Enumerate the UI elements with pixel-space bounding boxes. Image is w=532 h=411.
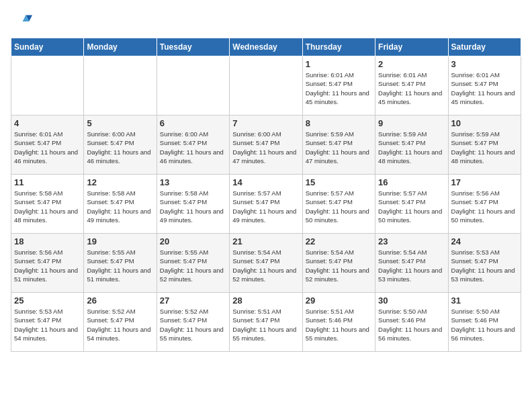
day-number: 13 xyxy=(160,177,226,187)
calendar-week-row: 11Sunrise: 5:58 AM Sunset: 5:47 PM Dayli… xyxy=(11,175,521,234)
day-info: Sunrise: 5:59 AM Sunset: 5:47 PM Dayligh… xyxy=(451,130,518,165)
day-header-friday: Friday xyxy=(375,38,448,56)
calendar-cell: 24Sunrise: 5:53 AM Sunset: 5:47 PM Dayli… xyxy=(448,234,521,293)
day-number: 4 xyxy=(14,118,81,128)
calendar-cell: 6Sunrise: 6:00 AM Sunset: 5:47 PM Daylig… xyxy=(157,116,229,175)
day-number: 10 xyxy=(451,118,518,128)
day-info: Sunrise: 6:01 AM Sunset: 5:47 PM Dayligh… xyxy=(14,130,81,165)
day-number: 21 xyxy=(232,236,299,246)
day-number: 15 xyxy=(306,177,372,187)
day-info: Sunrise: 5:55 AM Sunset: 5:47 PM Dayligh… xyxy=(87,248,153,283)
day-info: Sunrise: 5:55 AM Sunset: 5:47 PM Dayligh… xyxy=(160,248,226,283)
day-number: 11 xyxy=(14,177,81,187)
calendar-cell xyxy=(84,56,157,116)
day-number: 5 xyxy=(87,118,153,128)
day-info: Sunrise: 5:54 AM Sunset: 5:47 PM Dayligh… xyxy=(232,248,299,283)
calendar-cell: 21Sunrise: 5:54 AM Sunset: 5:47 PM Dayli… xyxy=(230,234,302,293)
calendar-cell: 1Sunrise: 6:01 AM Sunset: 5:47 PM Daylig… xyxy=(302,56,375,116)
day-number: 6 xyxy=(160,118,226,128)
calendar-cell: 7Sunrise: 6:00 AM Sunset: 5:47 PM Daylig… xyxy=(230,116,302,175)
day-info: Sunrise: 5:53 AM Sunset: 5:47 PM Dayligh… xyxy=(14,307,81,342)
day-header-wednesday: Wednesday xyxy=(230,38,302,56)
calendar-cell xyxy=(230,56,302,116)
calendar-cell: 2Sunrise: 6:01 AM Sunset: 5:47 PM Daylig… xyxy=(375,56,448,116)
calendar-cell: 13Sunrise: 5:58 AM Sunset: 5:47 PM Dayli… xyxy=(157,175,229,234)
day-info: Sunrise: 6:01 AM Sunset: 5:47 PM Dayligh… xyxy=(306,71,372,106)
day-info: Sunrise: 6:00 AM Sunset: 5:47 PM Dayligh… xyxy=(232,130,299,165)
day-header-sunday: Sunday xyxy=(11,38,84,56)
calendar-cell: 22Sunrise: 5:54 AM Sunset: 5:47 PM Dayli… xyxy=(302,234,375,293)
logo xyxy=(11,11,35,32)
day-header-thursday: Thursday xyxy=(302,38,375,56)
day-number: 18 xyxy=(14,236,81,246)
day-number: 17 xyxy=(451,177,518,187)
day-info: Sunrise: 6:01 AM Sunset: 5:47 PM Dayligh… xyxy=(451,71,518,106)
day-info: Sunrise: 5:53 AM Sunset: 5:47 PM Dayligh… xyxy=(451,248,518,283)
day-info: Sunrise: 5:51 AM Sunset: 5:47 PM Dayligh… xyxy=(232,307,299,342)
day-number: 12 xyxy=(87,177,153,187)
calendar-cell xyxy=(157,56,229,116)
day-info: Sunrise: 5:58 AM Sunset: 5:47 PM Dayligh… xyxy=(87,189,153,224)
day-info: Sunrise: 5:57 AM Sunset: 5:47 PM Dayligh… xyxy=(306,189,372,224)
day-info: Sunrise: 6:00 AM Sunset: 5:47 PM Dayligh… xyxy=(87,130,153,165)
day-number: 24 xyxy=(451,236,518,246)
logo-icon xyxy=(11,11,32,32)
day-number: 29 xyxy=(306,295,372,306)
day-info: Sunrise: 5:58 AM Sunset: 5:47 PM Dayligh… xyxy=(160,189,226,224)
calendar-cell xyxy=(11,56,84,116)
day-number: 9 xyxy=(378,118,445,128)
calendar-cell: 17Sunrise: 5:56 AM Sunset: 5:47 PM Dayli… xyxy=(448,175,521,234)
calendar-cell: 30Sunrise: 5:50 AM Sunset: 5:46 PM Dayli… xyxy=(375,293,448,352)
calendar-cell: 27Sunrise: 5:52 AM Sunset: 5:47 PM Dayli… xyxy=(157,293,229,352)
calendar-cell: 10Sunrise: 5:59 AM Sunset: 5:47 PM Dayli… xyxy=(448,116,521,175)
day-number: 16 xyxy=(378,177,445,187)
day-number: 26 xyxy=(87,295,153,306)
calendar-cell: 11Sunrise: 5:58 AM Sunset: 5:47 PM Dayli… xyxy=(11,175,84,234)
day-number: 3 xyxy=(451,59,518,69)
calendar-cell: 16Sunrise: 5:57 AM Sunset: 5:47 PM Dayli… xyxy=(375,175,448,234)
day-number: 27 xyxy=(160,295,226,306)
day-info: Sunrise: 6:01 AM Sunset: 5:47 PM Dayligh… xyxy=(378,71,445,106)
calendar-week-row: 1Sunrise: 6:01 AM Sunset: 5:47 PM Daylig… xyxy=(11,56,521,116)
calendar-cell: 25Sunrise: 5:53 AM Sunset: 5:47 PM Dayli… xyxy=(11,293,84,352)
day-info: Sunrise: 5:51 AM Sunset: 5:46 PM Dayligh… xyxy=(306,307,372,342)
calendar-cell: 5Sunrise: 6:00 AM Sunset: 5:47 PM Daylig… xyxy=(84,116,157,175)
day-info: Sunrise: 5:54 AM Sunset: 5:47 PM Dayligh… xyxy=(306,248,372,283)
day-number: 19 xyxy=(87,236,153,246)
day-number: 25 xyxy=(14,295,81,306)
calendar-week-row: 18Sunrise: 5:56 AM Sunset: 5:47 PM Dayli… xyxy=(11,234,521,293)
day-header-monday: Monday xyxy=(84,38,157,56)
day-info: Sunrise: 6:00 AM Sunset: 5:47 PM Dayligh… xyxy=(160,130,226,165)
calendar-cell: 29Sunrise: 5:51 AM Sunset: 5:46 PM Dayli… xyxy=(302,293,375,352)
calendar-cell: 4Sunrise: 6:01 AM Sunset: 5:47 PM Daylig… xyxy=(11,116,84,175)
calendar-cell: 23Sunrise: 5:54 AM Sunset: 5:47 PM Dayli… xyxy=(375,234,448,293)
calendar-cell: 3Sunrise: 6:01 AM Sunset: 5:47 PM Daylig… xyxy=(448,56,521,116)
calendar-table: SundayMondayTuesdayWednesdayThursdayFrid… xyxy=(11,38,521,352)
day-number: 2 xyxy=(378,59,445,69)
day-info: Sunrise: 5:54 AM Sunset: 5:47 PM Dayligh… xyxy=(378,248,445,283)
calendar-cell: 9Sunrise: 5:59 AM Sunset: 5:47 PM Daylig… xyxy=(375,116,448,175)
day-number: 30 xyxy=(378,295,445,306)
day-number: 22 xyxy=(306,236,372,246)
page-header xyxy=(11,11,521,32)
calendar-cell: 31Sunrise: 5:50 AM Sunset: 5:46 PM Dayli… xyxy=(448,293,521,352)
day-number: 31 xyxy=(451,295,518,306)
day-info: Sunrise: 5:50 AM Sunset: 5:46 PM Dayligh… xyxy=(378,307,445,342)
day-info: Sunrise: 5:56 AM Sunset: 5:47 PM Dayligh… xyxy=(14,248,81,283)
calendar-week-row: 4Sunrise: 6:01 AM Sunset: 5:47 PM Daylig… xyxy=(11,116,521,175)
day-info: Sunrise: 5:56 AM Sunset: 5:47 PM Dayligh… xyxy=(451,189,518,224)
calendar-cell: 28Sunrise: 5:51 AM Sunset: 5:47 PM Dayli… xyxy=(230,293,302,352)
day-header-saturday: Saturday xyxy=(448,38,521,56)
calendar-cell: 8Sunrise: 5:59 AM Sunset: 5:47 PM Daylig… xyxy=(302,116,375,175)
calendar-header-row: SundayMondayTuesdayWednesdayThursdayFrid… xyxy=(11,38,521,56)
day-info: Sunrise: 5:52 AM Sunset: 5:47 PM Dayligh… xyxy=(160,307,226,342)
day-info: Sunrise: 5:58 AM Sunset: 5:47 PM Dayligh… xyxy=(14,189,81,224)
calendar-cell: 12Sunrise: 5:58 AM Sunset: 5:47 PM Dayli… xyxy=(84,175,157,234)
day-info: Sunrise: 5:57 AM Sunset: 5:47 PM Dayligh… xyxy=(378,189,445,224)
calendar-cell: 19Sunrise: 5:55 AM Sunset: 5:47 PM Dayli… xyxy=(84,234,157,293)
day-number: 8 xyxy=(306,118,372,128)
day-number: 1 xyxy=(306,59,372,69)
day-number: 28 xyxy=(232,295,299,306)
calendar-cell: 14Sunrise: 5:57 AM Sunset: 5:47 PM Dayli… xyxy=(230,175,302,234)
day-info: Sunrise: 5:50 AM Sunset: 5:46 PM Dayligh… xyxy=(451,307,518,342)
